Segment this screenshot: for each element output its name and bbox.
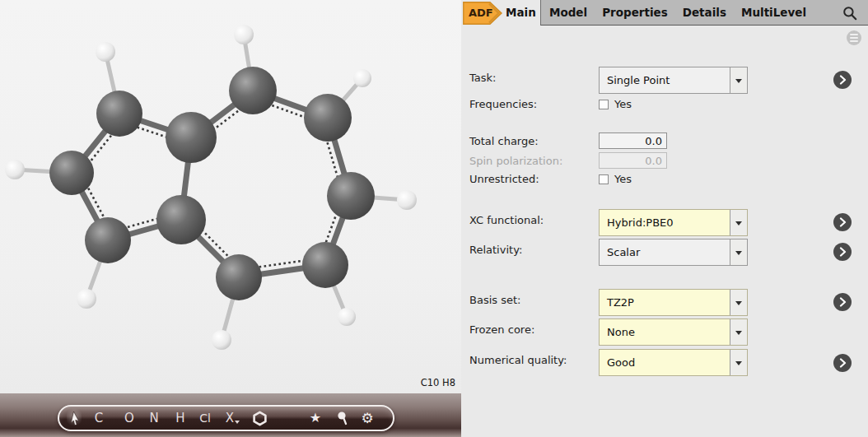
- relativity-select-arrow-icon[interactable]: [730, 239, 747, 265]
- panel-menu-icon[interactable]: [847, 30, 861, 45]
- xc-functional-select[interactable]: Hybrid:PBE0: [599, 209, 748, 236]
- unrestricted-checkbox-label: Yes: [614, 173, 632, 185]
- element-x-label: X: [226, 411, 234, 425]
- xc-functional-detail-button[interactable]: [833, 213, 852, 231]
- tab-details[interactable]: Details: [675, 1, 734, 25]
- atom-C[interactable]: [216, 254, 262, 300]
- atom-C[interactable]: [156, 195, 206, 244]
- relativity-row: Relativity: Scalar: [469, 239, 748, 266]
- element-c-button[interactable]: C: [90, 408, 108, 428]
- task-select-arrow-icon[interactable]: [730, 67, 747, 93]
- task-select-value: Single Point: [600, 74, 730, 86]
- frequencies-label: Frequencies:: [469, 98, 599, 110]
- element-n-button[interactable]: N: [145, 408, 163, 428]
- element-picker-button[interactable]: X: [221, 408, 239, 428]
- basis-set-select-value: TZ2P: [600, 296, 730, 309]
- search-icon[interactable]: [842, 6, 857, 21]
- atom-H[interactable]: [397, 190, 417, 210]
- builder-toolbar-band: C O N H Cl X ★ ⚙: [0, 393, 461, 437]
- task-row: Task: Single Point: [469, 67, 748, 94]
- numerical-quality-select[interactable]: Good: [599, 349, 748, 376]
- atom-C[interactable]: [166, 112, 217, 163]
- atom-C[interactable]: [302, 242, 348, 288]
- atom-C[interactable]: [304, 94, 352, 142]
- relativity-label: Relativity:: [469, 239, 599, 256]
- adf-logo-text: ADF: [469, 7, 493, 19]
- relativity-detail-button[interactable]: [833, 243, 852, 261]
- inactive-tabs-strip: Model Properties Details MultiLevel: [540, 0, 868, 26]
- element-picker-caret-icon: [235, 421, 240, 426]
- molecule-formula-label: C10 H8: [421, 377, 455, 388]
- frequencies-row: Frequencies: Yes: [469, 98, 632, 110]
- numerical-quality-row: Numerical quality: Good: [469, 349, 748, 376]
- atom-C[interactable]: [229, 67, 277, 114]
- tab-main[interactable]: Main: [506, 0, 536, 26]
- atom-H[interactable]: [338, 308, 356, 326]
- tab-bar: ADF Main Model Properties Details MultiL…: [461, 0, 868, 26]
- basis-set-select-arrow-icon[interactable]: [730, 290, 747, 315]
- atom-H[interactable]: [212, 330, 231, 350]
- input-settings-panel: ADF Main Model Properties Details MultiL…: [461, 0, 868, 437]
- unrestricted-label: Unrestricted:: [469, 173, 599, 185]
- relativity-select[interactable]: Scalar: [599, 239, 748, 266]
- pointer-tool-icon[interactable]: [67, 408, 82, 428]
- frequencies-checkbox[interactable]: [599, 100, 609, 109]
- frequencies-checkbox-label: Yes: [614, 98, 632, 110]
- structures-star-icon[interactable]: ★: [306, 408, 324, 428]
- total-charge-label: Total charge:: [469, 135, 599, 147]
- task-label: Task:: [469, 67, 599, 84]
- adf-input-window: C10 H8 C O N H Cl X ★: [0, 0, 868, 437]
- element-o-button[interactable]: O: [120, 408, 138, 428]
- frozen-core-select-arrow-icon[interactable]: [730, 319, 747, 345]
- unrestricted-checkbox[interactable]: [599, 174, 609, 184]
- spin-polarization-input: [599, 152, 667, 169]
- numerical-quality-detail-button[interactable]: [833, 354, 852, 372]
- xc-functional-select-arrow-icon[interactable]: [730, 210, 747, 235]
- element-cl-button[interactable]: Cl: [196, 408, 214, 428]
- total-charge-row: Total charge:: [469, 132, 667, 149]
- atom-H[interactable]: [353, 69, 371, 87]
- numerical-quality-select-value: Good: [600, 356, 730, 369]
- basis-set-select[interactable]: TZ2P: [599, 289, 748, 316]
- relativity-select-value: Scalar: [600, 246, 730, 258]
- spin-polarization-row: Spin polarization:: [469, 152, 667, 169]
- frozen-core-label: Frozen core:: [469, 318, 599, 336]
- frozen-core-select-value: None: [600, 326, 730, 338]
- frozen-core-row: Frozen core: None: [469, 318, 748, 346]
- tab-multilevel[interactable]: MultiLevel: [734, 1, 814, 25]
- total-charge-input[interactable]: [599, 132, 667, 149]
- adf-logo-badge[interactable]: ADF: [463, 2, 502, 25]
- gear-icon[interactable]: ⚙: [358, 408, 376, 428]
- atom-C[interactable]: [49, 151, 94, 195]
- tab-properties[interactable]: Properties: [595, 1, 675, 25]
- task-detail-button[interactable]: [833, 71, 852, 89]
- xc-functional-select-value: Hybrid:PBE0: [600, 216, 730, 229]
- frozen-core-select[interactable]: None: [599, 318, 748, 346]
- spin-polarization-label: Spin polarization:: [469, 155, 599, 167]
- basis-set-row: Basis set: TZ2P: [469, 289, 748, 316]
- molecule-canvas[interactable]: [0, 0, 461, 393]
- task-select[interactable]: Single Point: [599, 67, 748, 94]
- basis-set-detail-button[interactable]: [833, 293, 852, 311]
- atom-H[interactable]: [77, 289, 96, 309]
- atom-C[interactable]: [85, 217, 131, 263]
- numerical-quality-label: Numerical quality:: [469, 349, 599, 366]
- atom-C[interactable]: [96, 91, 142, 137]
- builder-toolbar: C O N H Cl X ★ ⚙: [58, 405, 394, 431]
- unrestricted-row: Unrestricted: Yes: [469, 173, 632, 185]
- xc-functional-label: XC functional:: [469, 209, 599, 226]
- atom-H[interactable]: [234, 25, 254, 44]
- element-h-button[interactable]: H: [171, 408, 189, 428]
- tab-model[interactable]: Model: [542, 1, 595, 25]
- atom-C[interactable]: [327, 172, 375, 220]
- xc-functional-row: XC functional: Hybrid:PBE0: [469, 209, 748, 236]
- atom-H[interactable]: [96, 42, 115, 62]
- ring-tool-icon[interactable]: [250, 408, 268, 428]
- molecule-3d-view[interactable]: C10 H8: [0, 0, 461, 393]
- numerical-quality-select-arrow-icon[interactable]: [730, 350, 747, 375]
- atom-H[interactable]: [5, 160, 25, 179]
- basis-set-label: Basis set:: [469, 289, 599, 306]
- pin-tool-icon[interactable]: [334, 408, 352, 428]
